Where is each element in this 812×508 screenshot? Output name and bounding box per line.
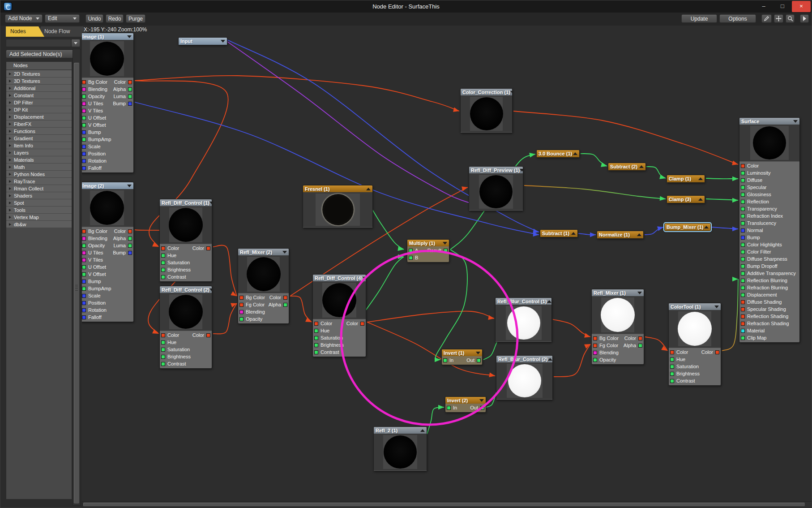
input-port-color[interactable] bbox=[161, 246, 165, 250]
input-port-opacity[interactable] bbox=[593, 358, 597, 362]
collapse-arrow-down-icon[interactable] bbox=[714, 306, 719, 308]
sidebar-category-additional[interactable]: Additional bbox=[6, 85, 72, 91]
collapse-arrow-up-icon[interactable] bbox=[571, 232, 576, 235]
sidebar-category-python-nodes[interactable]: Python Nodes bbox=[6, 171, 72, 177]
node-refl-mixer-1[interactable]: Refl_Mixer (1)Bg ColorColorFg ColorAlpha… bbox=[591, 289, 644, 365]
node-title-bar[interactable]: Clamp (3) bbox=[667, 196, 705, 203]
input-port-brightness[interactable] bbox=[161, 355, 165, 359]
input-port-a[interactable] bbox=[409, 249, 413, 253]
sidebar-category-shaders[interactable]: Shaders bbox=[6, 192, 72, 199]
node-clamp-1[interactable]: Clamp (1) bbox=[667, 175, 705, 183]
input-port-bump[interactable] bbox=[741, 236, 745, 240]
node-refl-2-1[interactable]: Refl_2 (1) bbox=[373, 426, 427, 471]
input-port-brightness[interactable] bbox=[670, 372, 674, 376]
redo-button[interactable]: Redo bbox=[106, 14, 124, 23]
input-port-blending[interactable] bbox=[82, 237, 86, 241]
input-port-falloff[interactable] bbox=[82, 315, 86, 319]
node-title-bar[interactable]: Bump_Mixer (1) bbox=[665, 224, 710, 231]
node-title-bar[interactable]: Clamp (1) bbox=[667, 175, 705, 182]
node-title-bar[interactable]: Normalize (1) bbox=[597, 231, 643, 238]
minimize-button[interactable]: – bbox=[754, 1, 773, 12]
sidebar-category-2d-textures[interactable]: 2D Textures bbox=[6, 70, 72, 77]
input-port-u-offset[interactable] bbox=[82, 116, 86, 120]
input-port-position[interactable] bbox=[82, 301, 86, 305]
node-invert-1[interactable]: Invert (1)InOut bbox=[441, 349, 483, 365]
collapse-arrow-up-icon[interactable] bbox=[704, 226, 709, 228]
output-port-color[interactable] bbox=[360, 322, 364, 326]
sidebar-category-dp-kit[interactable]: DP Kit bbox=[6, 106, 72, 113]
node-refl-diff-control-4[interactable]: Refl_Diff_Control (4)ColorColorHueSatura… bbox=[312, 274, 366, 357]
input-port-contrast[interactable] bbox=[161, 362, 165, 366]
node-title-bar[interactable]: 3.0 Bounce (1) bbox=[537, 150, 579, 157]
input-port-diffuse-shading[interactable] bbox=[741, 300, 745, 304]
input-port-opacity[interactable] bbox=[239, 317, 244, 321]
input-port-bumpamp[interactable] bbox=[82, 138, 86, 142]
output-port-color[interactable] bbox=[128, 80, 132, 84]
input-port-falloff[interactable] bbox=[82, 166, 86, 170]
scrollbar-handle[interactable] bbox=[74, 63, 79, 504]
input-port-u-tiles[interactable] bbox=[82, 102, 86, 106]
input-port-fg-color[interactable] bbox=[239, 303, 244, 307]
node-refl-mixer-2[interactable]: Refl_Mixer (2)Bg ColorColorFg ColorAlpha… bbox=[238, 248, 289, 324]
input-port-in[interactable] bbox=[447, 406, 451, 410]
node-refl-diff-control-1[interactable]: Refl_Diff_Control (1)ColorColorHueSatura… bbox=[159, 199, 212, 282]
node-image-1[interactable]: Image (1)Bg ColorColorBlendingAlphaOpaci… bbox=[82, 33, 134, 173]
node-title-bar[interactable]: Refl_Diff_Control (1) bbox=[160, 199, 212, 206]
collapse-arrow-down-icon[interactable] bbox=[363, 277, 366, 280]
input-port-refraction-shading[interactable] bbox=[741, 322, 745, 326]
input-port-v-offset[interactable] bbox=[82, 272, 86, 276]
input-port-brightness[interactable] bbox=[314, 343, 318, 347]
input-port-color[interactable] bbox=[670, 350, 674, 354]
input-port-opacity[interactable] bbox=[82, 95, 86, 99]
collapse-arrow-up-icon[interactable] bbox=[698, 177, 703, 180]
sidebar-category-gradient[interactable]: Gradient bbox=[6, 135, 72, 142]
input-port-transparency[interactable] bbox=[741, 207, 745, 211]
input-port-bg-color[interactable] bbox=[239, 296, 244, 300]
input-port-color[interactable] bbox=[314, 322, 318, 326]
node-input[interactable]: Input bbox=[178, 37, 227, 45]
add-selected-nodes-button[interactable]: Add Selected Node(s) bbox=[6, 50, 80, 58]
input-port-luminosity[interactable] bbox=[741, 171, 745, 175]
input-port-hue[interactable] bbox=[670, 357, 674, 362]
node-title-bar[interactable]: Refl_Diff_Control (4) bbox=[313, 275, 366, 281]
node-subtract-2[interactable]: Subtract (2) bbox=[608, 163, 646, 171]
node-refl-diff-preview-1[interactable]: Refl_Diff_Preview (1) bbox=[469, 166, 523, 211]
node-title-bar[interactable]: Refl_2 (1) bbox=[374, 427, 427, 434]
output-port-alpha[interactable] bbox=[283, 303, 287, 307]
node-image-2[interactable]: Image (2)Bg ColorColorBlendingAlphaOpaci… bbox=[82, 182, 134, 322]
input-port-glossiness[interactable] bbox=[741, 193, 745, 197]
node-subtract-1[interactable]: Subtract (1) bbox=[540, 229, 578, 237]
input-port-u-tiles[interactable] bbox=[82, 251, 86, 255]
output-port-color[interactable] bbox=[128, 229, 132, 233]
node-title-bar[interactable]: Refl_Blur_Control (2) bbox=[496, 356, 552, 362]
node-bump-mixer-1[interactable]: Bump_Mixer (1) bbox=[664, 223, 711, 231]
collapse-arrow-down-icon[interactable] bbox=[520, 169, 523, 172]
input-port-clip-map[interactable] bbox=[741, 336, 745, 340]
input-port-v-tiles[interactable] bbox=[82, 258, 86, 262]
collapse-arrow-up-icon[interactable] bbox=[573, 152, 577, 155]
scrollbar-handle[interactable] bbox=[83, 503, 805, 506]
collapse-arrow-down-icon[interactable] bbox=[209, 288, 212, 291]
input-port-specular[interactable] bbox=[741, 185, 745, 189]
input-port-refraction-blurring[interactable] bbox=[741, 286, 745, 290]
node-bounce-1[interactable]: 3.0 Bounce (1) bbox=[536, 150, 580, 158]
output-port-color[interactable] bbox=[283, 296, 287, 300]
node-title-bar[interactable]: Input bbox=[179, 38, 227, 45]
node-title-bar[interactable]: ColorTool (1) bbox=[669, 303, 721, 310]
node-graph-canvas[interactable]: Image (1)Bg ColorColorBlendingAlphaOpaci… bbox=[82, 26, 812, 502]
tab-nodes[interactable]: Nodes bbox=[6, 26, 44, 37]
collapse-arrow-down-icon[interactable] bbox=[282, 251, 287, 254]
node-title-bar[interactable]: Refl_Diff_Control (2) bbox=[160, 286, 212, 293]
output-port-out[interactable] bbox=[477, 358, 481, 362]
node-clamp-3[interactable]: Clamp (3) bbox=[667, 195, 705, 203]
input-port-bg-color[interactable] bbox=[82, 80, 86, 84]
input-port-bump[interactable] bbox=[82, 130, 86, 134]
input-port-material[interactable] bbox=[741, 329, 745, 333]
collapse-arrow-down-icon[interactable] bbox=[476, 352, 480, 354]
sidebar-category-dp-filter[interactable]: DP Filter bbox=[6, 99, 72, 106]
close-button[interactable]: × bbox=[792, 1, 811, 12]
collapse-arrow-up-icon[interactable] bbox=[548, 358, 552, 361]
output-port-alpha[interactable] bbox=[128, 87, 132, 91]
sidebar-category-spot[interactable]: Spot bbox=[6, 199, 72, 206]
node-invert-2[interactable]: Invert (2)InOut bbox=[445, 396, 486, 413]
